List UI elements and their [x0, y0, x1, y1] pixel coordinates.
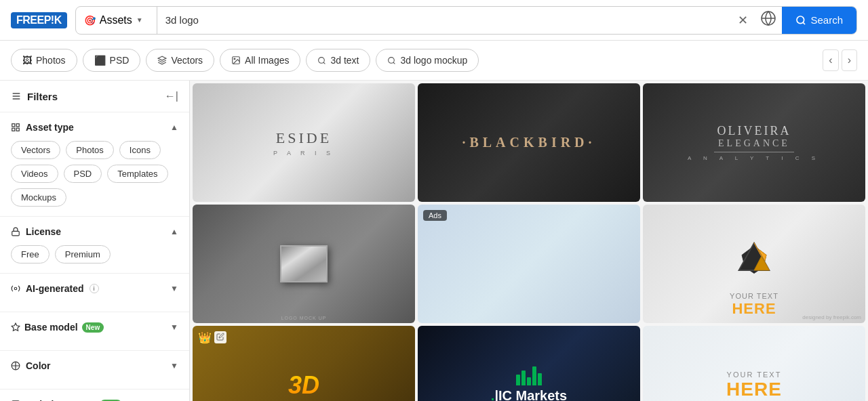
nav-next-button[interactable]: ›	[842, 49, 857, 71]
grid-item-5[interactable]: Ads	[418, 205, 640, 323]
svg-rect-11	[16, 128, 19, 131]
chip-templates[interactable]: Templates	[107, 165, 167, 183]
results-grid: ESIDE P A R I S ·BLACKBIRD· OLIVEIRA ELE…	[190, 81, 868, 401]
svg-point-5	[389, 57, 395, 63]
license-label: License	[26, 226, 61, 237]
gold-3d-text: 3D	[288, 371, 319, 400]
tab-vectors-label: Vectors	[171, 55, 203, 66]
nav-prev-button[interactable]: ‹	[823, 49, 838, 71]
svg-point-4	[319, 57, 325, 63]
chip-videos[interactable]: Videos	[11, 165, 58, 183]
chip-premium[interactable]: Premium	[55, 245, 111, 263]
chip-photos[interactable]: Photos	[66, 141, 113, 159]
all-images-icon	[231, 56, 241, 65]
translate-icon[interactable]	[755, 10, 782, 30]
filters-icon	[11, 91, 22, 102]
chip-mockups[interactable]: Mockups	[11, 188, 66, 207]
header: FREEP!K 🎯 Assets ▼ ✕ Search	[0, 0, 868, 41]
grid-item-2[interactable]: ·BLACKBIRD·	[418, 83, 640, 202]
section-include-prompt: Include prompt New ▼	[0, 389, 189, 401]
ic-markets-content: .|IC Markets	[491, 366, 567, 401]
tab-3d-logo-mockup-label: 3d logo mockup	[400, 55, 467, 66]
chip-icons[interactable]: Icons	[119, 141, 161, 159]
section-asset-type-header[interactable]: Asset type ▲	[11, 122, 178, 133]
tab-3d-text-label: 3d text	[330, 55, 359, 66]
section-base-model: Base model New ▼	[0, 312, 189, 351]
search-icon	[795, 15, 806, 26]
svg-point-3	[234, 58, 235, 60]
tab-all-images-label: All Images	[245, 55, 289, 66]
tab-psd[interactable]: ⬛ PSD	[83, 49, 141, 72]
grid-item-1[interactable]: ESIDE P A R I S	[193, 83, 415, 202]
your-text-here-content: YOUR TEXT HERE	[726, 371, 782, 400]
oliveira-text: OLIVEIRA	[688, 124, 821, 138]
tab-3d-logo-mockup[interactable]: 3d logo mockup	[376, 49, 479, 72]
ads-placeholder	[418, 205, 640, 323]
tab-psd-label: PSD	[110, 55, 130, 66]
ic-markets-container: .|IC Markets	[418, 326, 640, 401]
crown-badge: 👑	[198, 331, 212, 344]
chip-free[interactable]: Free	[11, 245, 50, 263]
grid-item-4[interactable]: LOGO MOCK UP	[193, 205, 415, 323]
tab-photos[interactable]: 🖼 Photos	[11, 49, 77, 72]
tab-vectors[interactable]: Vectors	[146, 49, 214, 72]
vectors-icon	[157, 56, 167, 65]
results-grid-container: ESIDE P A R I S ·BLACKBIRD· OLIVEIRA ELE…	[190, 81, 868, 401]
search-input[interactable]	[157, 14, 732, 26]
blackbird-text: ·BLACKBIRD·	[462, 135, 595, 150]
tab-3d-text[interactable]: 3d text	[306, 49, 370, 72]
section-asset-type: Asset type ▲ Vectors Photos Icons Videos…	[0, 112, 189, 217]
chip-vectors[interactable]: Vectors	[11, 141, 60, 159]
tab-all-images[interactable]: All Images	[220, 49, 300, 72]
psd-icon: ⬛	[94, 55, 106, 66]
section-license-header[interactable]: License ▲	[11, 226, 178, 237]
color-icon	[11, 361, 20, 371]
ai-generated-label: AI-generated	[26, 283, 84, 294]
base-model-chevron-icon: ▼	[170, 322, 178, 332]
3d-text-search-icon	[317, 56, 326, 65]
grid-item-6[interactable]: YOUR TEXT HERE designed by freepik.com	[643, 205, 865, 323]
ic-markets-text: .|IC Markets	[491, 388, 567, 401]
svg-rect-13	[12, 231, 20, 235]
assets-dropdown[interactable]: 🎯 Assets ▼	[76, 7, 157, 34]
section-color: Color ▼	[0, 351, 189, 389]
asset-type-chips: Vectors Photos Icons Videos PSD Template…	[11, 141, 178, 207]
tab-photos-label: Photos	[36, 55, 66, 66]
asset-type-icon	[11, 123, 20, 132]
oliveira-text-wrapper: OLIVEIRA ELEGANCE A N A L Y T I C S	[688, 124, 821, 161]
eside-paris-text: ESIDE	[273, 129, 334, 147]
color-chevron-icon: ▼	[170, 361, 178, 371]
logo[interactable]: FREEP!K	[11, 12, 67, 28]
grid-item-3[interactable]: OLIVEIRA ELEGANCE A N A L Y T I C S	[643, 83, 865, 202]
svg-rect-9	[12, 124, 15, 127]
ai-info-icon[interactable]: i	[90, 284, 99, 293]
edit-badge	[214, 331, 226, 343]
main-content: Filters ←| Asset type ▲ Vectors Photos I…	[0, 81, 868, 401]
grid-item-9[interactable]: YOUR TEXT HERE designed by freepik.com	[643, 326, 865, 401]
freepik-credit: designed by freepik.com	[802, 314, 861, 320]
grid-item-7[interactable]: 3D 👑	[193, 326, 415, 401]
section-color-header[interactable]: Color ▼	[11, 360, 178, 371]
ic-bar-chart	[516, 366, 542, 385]
grid-item-8[interactable]: .|IC Markets AdCho...	[418, 326, 640, 401]
base-model-title: Base model New	[11, 322, 104, 333]
nav-arrows: ‹ ›	[823, 49, 857, 71]
svg-point-1	[797, 16, 804, 24]
chip-psd[interactable]: PSD	[64, 165, 102, 183]
section-ai-generated-header[interactable]: AI-generated i ▼	[11, 283, 178, 294]
collapse-sidebar-button[interactable]: ←|	[165, 90, 178, 102]
asset-type-label: Asset type	[26, 122, 74, 133]
search-container: 🎯 Assets ▼ ✕ Search	[75, 6, 857, 35]
svg-point-14	[14, 287, 17, 290]
search-button-label: Search	[810, 14, 843, 26]
clear-icon[interactable]: ✕	[731, 13, 755, 28]
base-model-icon	[11, 322, 20, 332]
color-label: Color	[26, 360, 51, 371]
assets-icon: 🎯	[84, 15, 96, 26]
search-button[interactable]: Search	[782, 7, 856, 34]
filters-title: Filters	[11, 91, 58, 102]
license-icon	[11, 227, 20, 236]
section-ai-generated: AI-generated i ▼	[0, 274, 189, 312]
section-base-model-header[interactable]: Base model New ▼	[11, 322, 178, 333]
logo-mark[interactable]: FREEP!K	[11, 12, 67, 28]
